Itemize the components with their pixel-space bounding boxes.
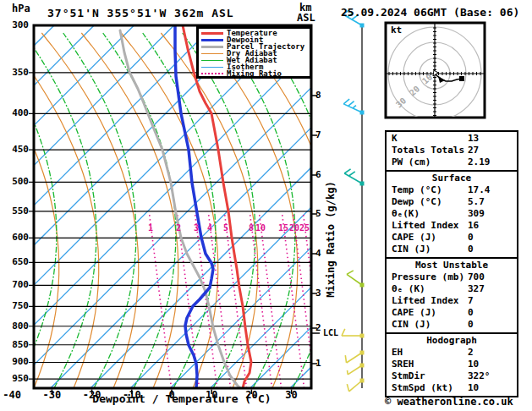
mixing-ratio-label: 3 xyxy=(194,223,199,233)
index-value: 10 xyxy=(468,382,479,394)
legend-swatch xyxy=(201,53,223,54)
wet-adiabat-line xyxy=(103,33,176,388)
pressure-tick-label: 850 xyxy=(3,339,29,350)
index-row: PW (cm)2.19 xyxy=(387,156,517,168)
temp-tick-label: -40 xyxy=(0,389,29,401)
legend-swatch xyxy=(201,39,223,41)
index-value: 17.4 xyxy=(468,184,491,196)
legend-swatch xyxy=(201,46,223,48)
mixing-ratio-label: 25 xyxy=(299,223,310,233)
index-row: CAPE (J)0 xyxy=(387,307,517,319)
index-row: CIN (J)0 xyxy=(387,319,517,331)
pressure-tick-label: 550 xyxy=(3,206,29,216)
dewpoint-curve xyxy=(175,25,213,388)
lcl-label: LCL xyxy=(323,328,338,337)
index-value: 0 xyxy=(468,244,474,255)
index-row: Temp (°C)17.4 xyxy=(387,184,517,196)
index-label: CIN (J) xyxy=(392,319,431,330)
index-row: StmSpd (kt)10 xyxy=(387,382,517,394)
index-label: CAPE (J) xyxy=(392,232,436,243)
temperature-curve xyxy=(183,25,251,388)
isotherm-line xyxy=(0,25,214,388)
index-row: θₑ (K)327 xyxy=(387,283,517,295)
km-tick-label: 5 xyxy=(315,208,321,219)
pressure-tick-label: 700 xyxy=(3,279,29,290)
index-row: Pressure (mb)700 xyxy=(387,271,517,283)
wet-adiabat-line xyxy=(63,33,136,388)
legend-swatch xyxy=(201,32,223,35)
index-label: PW (cm) xyxy=(392,156,431,167)
index-value: 309 xyxy=(468,208,485,220)
index-label: Lifted Index xyxy=(392,220,458,231)
mixing-ratio-label: 20 xyxy=(289,223,299,233)
index-row: SREH10 xyxy=(387,359,517,370)
indices-section: SurfaceTemp (°C)17.4Dewp (°C)5.7θₑ(K)309… xyxy=(385,170,518,259)
index-label: Totals Totals xyxy=(392,145,464,156)
index-label: Dewp (°C) xyxy=(392,196,442,207)
index-label: StmDir xyxy=(392,370,425,381)
index-value: 2 xyxy=(468,347,474,359)
section-header: Surface xyxy=(387,173,517,184)
datetime-label: 25.09.2024 06GMT (Base: 06) xyxy=(341,6,519,19)
index-label: CIN (J) xyxy=(392,244,431,255)
pressure-tick-label: 450 xyxy=(3,144,29,155)
km-tick-label: 7 xyxy=(315,129,321,140)
pressure-axis-unit: hPa xyxy=(12,3,30,14)
pressure-tick-label: 750 xyxy=(3,300,29,311)
indices-section: Most UnstablePressure (mb)700θₑ (K)327Li… xyxy=(385,257,518,334)
pressure-tick-label: 800 xyxy=(3,321,29,332)
km-tick-label: 3 xyxy=(315,288,321,299)
index-value: 10 xyxy=(468,359,479,370)
km-tick-label: 8 xyxy=(315,90,321,101)
legend: TemperatureDewpointParcel TrajectoryDry … xyxy=(196,26,312,79)
index-row: CIN (J)0 xyxy=(387,244,517,255)
legend-swatch xyxy=(201,67,223,68)
mixing-ratio-label: 2 xyxy=(176,223,181,233)
index-row: Totals Totals27 xyxy=(387,145,517,156)
pressure-tick-label: 500 xyxy=(3,176,29,187)
km-tick-label: 2 xyxy=(315,322,321,333)
index-label: SREH xyxy=(392,359,414,370)
index-label: θₑ (K) xyxy=(392,283,425,294)
index-label: Pressure (mb) xyxy=(392,271,464,282)
pressure-tick-label: 300 xyxy=(3,19,29,30)
index-row: Lifted Index16 xyxy=(387,220,517,232)
km-tick-label: 6 xyxy=(315,169,321,180)
mixing-ratio-label: 1 xyxy=(148,223,153,233)
index-value: 322° xyxy=(468,370,491,382)
dry-adiabat-line xyxy=(518,33,532,388)
index-label: Lifted Index xyxy=(392,295,458,306)
index-row: EH2 xyxy=(387,347,517,359)
isotherm-line xyxy=(0,25,293,388)
mixing-ratio-label: 10 xyxy=(255,223,266,233)
index-value: 700 xyxy=(468,271,485,283)
pressure-tick-label: 600 xyxy=(3,232,29,243)
index-label: K xyxy=(392,133,398,144)
mixing-ratio-label: 5 xyxy=(223,223,228,233)
index-row: Dewp (°C)5.7 xyxy=(387,196,517,208)
wind-barb xyxy=(345,351,364,363)
pressure-tick-label: 350 xyxy=(3,67,29,78)
skewt-sounding-app: 102030 hPa km ASL 37°51'N 355°51'W 362m … xyxy=(0,0,532,411)
index-value: 0 xyxy=(468,319,474,331)
index-label: EH xyxy=(392,347,403,358)
mixing-ratio-label: 8 xyxy=(249,223,254,233)
wind-barb xyxy=(343,99,364,114)
index-label: Temp (°C) xyxy=(392,184,442,195)
index-value: 16 xyxy=(468,220,479,232)
index-row: CAPE (J)0 xyxy=(387,232,517,244)
km-tick-label: 4 xyxy=(315,248,321,259)
isotherm-line xyxy=(51,25,414,388)
index-value: 327 xyxy=(468,283,485,295)
index-value: 7 xyxy=(468,295,474,307)
index-value: 0 xyxy=(468,232,474,244)
legend-row: Mixing Ratio xyxy=(200,70,308,77)
indices-section: K13Totals Totals27PW (cm)2.19 xyxy=(385,130,518,172)
hodograph-end-marker xyxy=(459,76,464,81)
index-label: CAPE (J) xyxy=(392,307,436,318)
hodograph-unit-label: kt xyxy=(391,25,402,36)
page-title: 37°51'N 355°51'W 362m ASL xyxy=(47,7,234,19)
isotherm-line xyxy=(0,25,333,388)
parcel-trajectory-curve xyxy=(120,30,240,388)
legend-swatch xyxy=(201,73,223,74)
